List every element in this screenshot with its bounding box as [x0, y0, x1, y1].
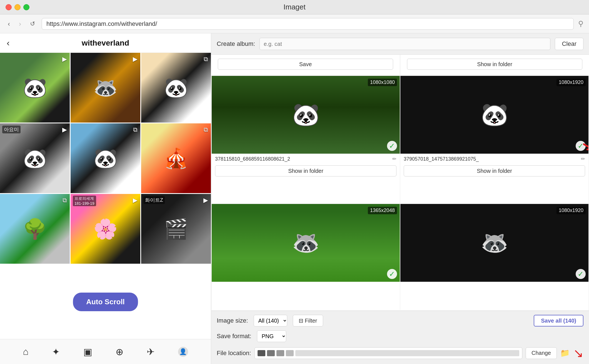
show-in-folder-button-1[interactable]: Show in folder: [215, 165, 396, 176]
reels-nav-button[interactable]: ▣: [83, 346, 92, 357]
image-filename-2: 379057018_1475713869921075_: [404, 156, 579, 162]
insta-back-button[interactable]: ‹: [7, 38, 10, 48]
image-dimensions-2: 1080x1920: [556, 79, 586, 86]
controls-row-3: File location: Change 📁 ↘: [217, 346, 583, 360]
path-block-4: [286, 350, 294, 356]
image-card-info-4: [400, 282, 588, 286]
image-size-label: Image size:: [217, 317, 248, 324]
window-title: Imaget: [283, 3, 306, 11]
instagram-panel: ‹ witheverland 🐼 ▶ 🦝 ▶ 🐼 ⧉: [0, 33, 211, 364]
controls-row-1: Image size: All (140) ⊟ Filter Save all …: [217, 315, 583, 326]
file-location-label: File location:: [217, 350, 251, 357]
insta-grid-wrapper: 🐼 ▶ 🦝 ▶ 🐼 ⧉ 🐼 ▶ 아요미 🐼: [0, 53, 211, 339]
video-icon: ▶: [62, 126, 67, 133]
grid-item[interactable]: 🐼 ▶: [0, 53, 70, 123]
grid-item[interactable]: 🐼 ▶ 아요미: [0, 123, 70, 193]
home-nav-button[interactable]: ⌂: [23, 346, 29, 357]
controls-row-2: Save format: PNG JPG WEBP: [217, 330, 583, 342]
back-button[interactable]: ‹: [6, 19, 12, 29]
image-thumb-1: 🐼 1080x1080 ✓: [212, 76, 400, 154]
video-icon: ▶: [133, 197, 138, 204]
close-button[interactable]: [6, 4, 12, 10]
save-all-button[interactable]: Save all (140): [534, 315, 583, 326]
badge: 아요미: [2, 126, 21, 133]
image-size-select[interactable]: All (140): [254, 315, 287, 326]
url-input[interactable]: [42, 18, 574, 30]
image-card-info-2: 379057018_1475713869921075_ ✏: [400, 154, 588, 164]
check-circle-3: ✓: [387, 269, 397, 279]
edit-icon-2[interactable]: ✏: [581, 156, 585, 162]
save-button-top[interactable]: Save: [218, 59, 393, 70]
minimize-button[interactable]: [14, 4, 21, 10]
video-icon: ▶: [62, 56, 67, 63]
grid-item[interactable]: 🐼 ⧉: [71, 123, 140, 193]
save-format-label: Save format:: [217, 333, 251, 340]
grid-item[interactable]: 🌳 ⧉: [0, 194, 70, 264]
edit-icon-1[interactable]: ✏: [392, 156, 396, 162]
grid-item[interactable]: 🐼 ⧉: [141, 53, 211, 123]
traffic-lights: [6, 4, 29, 10]
add-nav-button[interactable]: ⊕: [116, 346, 123, 357]
maximize-button[interactable]: [23, 4, 29, 10]
image-card-info-3: [212, 282, 400, 286]
folder-icon-button[interactable]: 📁: [560, 348, 570, 358]
check-circle-4: ✓: [576, 269, 586, 279]
file-location-bar: [254, 347, 522, 359]
album-input[interactable]: [259, 38, 550, 50]
grid-item[interactable]: 🎪 ⧉: [141, 123, 211, 193]
image-card-1: 🐼 1080x1080 ✓ 378115810_686859116808621_…: [212, 76, 400, 203]
bookmark-button[interactable]: ⚲: [578, 19, 583, 28]
path-block-2: [267, 350, 275, 356]
image-thumb-2: 🐼 1080x1920 ✓: [400, 76, 588, 154]
titlebar: Imaget: [0, 0, 589, 14]
image-card-info-1: 378115810_686859116808621_2 ✏: [212, 154, 400, 164]
profile-nav-button[interactable]: 👤: [178, 347, 188, 357]
path-block-1: [258, 350, 265, 356]
path-block-3: [276, 350, 284, 356]
clear-button[interactable]: Clear: [555, 38, 583, 50]
refresh-button[interactable]: ↺: [28, 19, 37, 29]
auto-scroll-button[interactable]: Auto Scroll: [73, 293, 138, 311]
path-block-5: [295, 350, 519, 356]
multi-icon: ⧉: [204, 126, 208, 133]
image-dimensions-3: 1365x2048: [368, 207, 397, 214]
multi-icon: ⧉: [63, 197, 67, 204]
video-icon: ▶: [133, 56, 138, 63]
grid-item[interactable]: 🦝 ▶: [71, 53, 140, 123]
check-circle-1: ✓: [387, 141, 397, 151]
toolbar-row: Create album: Clear: [211, 33, 589, 55]
browser-bar: ‹ › ↺ ⚲: [0, 14, 589, 33]
insta-grid: 🐼 ▶ 🦝 ▶ 🐼 ⧉ 🐼 ▶ 아요미 🐼: [0, 53, 211, 264]
image-thumb-4: 🦝 1080x1920 ✓: [400, 204, 588, 282]
main-content: ‹ witheverland 🐼 ▶ 🦝 ▶ 🐼 ⧉: [0, 33, 589, 364]
check-circle-2: ✓: [576, 141, 586, 151]
image-card-3: 🦝 1365x2048 ✓: [212, 204, 400, 310]
top-card-2: Show in folder: [400, 55, 589, 75]
top-card-1: Save: [211, 55, 400, 75]
grid-item[interactable]: 🎬 ▶ 화이트Z: [141, 194, 211, 264]
show-in-folder-button-2[interactable]: Show in folder: [404, 165, 585, 176]
filter-button[interactable]: ⊟ Filter: [293, 315, 323, 326]
image-grid: 🐼 1080x1080 ✓ 378115810_686859116808621_…: [211, 75, 589, 311]
explore-nav-button[interactable]: ✦: [52, 346, 60, 357]
image-thumb-3: 🦝 1365x2048 ✓: [212, 204, 400, 282]
image-dimensions-1: 1080x1080: [368, 79, 397, 86]
badge: 화이트Z: [143, 196, 165, 204]
image-filename-1: 378115810_686859116808621_2: [215, 156, 390, 162]
send-nav-button[interactable]: ✈: [147, 346, 154, 357]
bottom-controls: Image size: All (140) ⊟ Filter Save all …: [211, 311, 589, 364]
show-in-folder-button-top[interactable]: Show in folder: [407, 59, 582, 70]
insta-username: witheverland: [82, 39, 129, 48]
grid-item[interactable]: 🌸 ▶ 프로의세계181-199-19: [71, 194, 140, 264]
forward-button[interactable]: ›: [17, 19, 23, 29]
video-icon: ▶: [203, 197, 208, 204]
bottom-nav: ⌂ ✦ ▣ ⊕ ✈ 👤: [0, 339, 211, 364]
badge: 프로의세계181-199-19: [73, 196, 96, 206]
change-button[interactable]: Change: [526, 347, 557, 359]
top-cards-row: Save Show in folder: [211, 55, 589, 75]
image-card-4: 🦝 1080x1920 ✓: [400, 204, 588, 310]
album-label: Create album:: [217, 40, 255, 48]
insta-header: ‹ witheverland: [0, 33, 211, 53]
multi-icon: ⧉: [133, 126, 138, 133]
save-format-select[interactable]: PNG JPG WEBP: [257, 330, 286, 342]
